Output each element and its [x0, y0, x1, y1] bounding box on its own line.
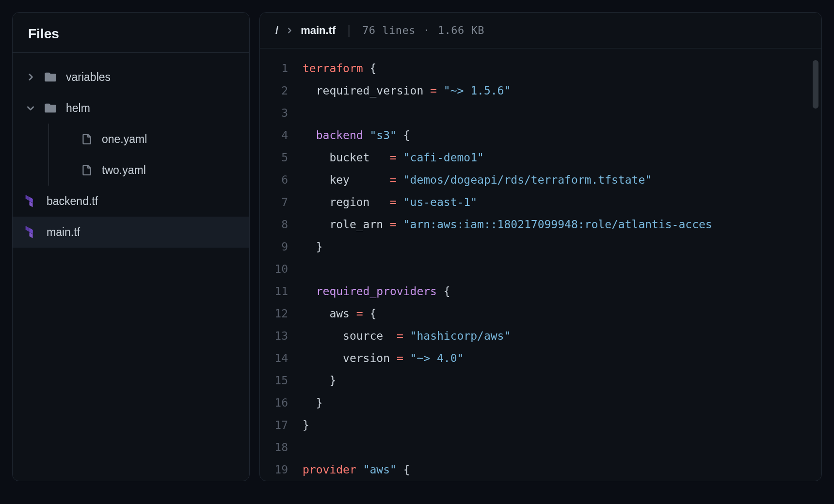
line-number: 10 — [260, 258, 288, 280]
chevron-right-icon[interactable] — [26, 73, 44, 81]
tree-item-label: two.yaml — [102, 164, 146, 177]
code-line[interactable]: source = "hashicorp/aws" — [303, 325, 821, 347]
tree-file[interactable]: two.yaml — [13, 155, 249, 186]
code-line[interactable]: version = "~> 4.0" — [303, 347, 821, 369]
line-number: 4 — [260, 124, 288, 146]
line-number: 8 — [260, 213, 288, 236]
line-number: 2 — [260, 79, 288, 102]
code-line[interactable]: bucket = "cafi-demo1" — [303, 146, 821, 169]
editor-header: / main.tf | 76 lines · 1.66 KB — [260, 13, 821, 48]
tree-item-label: main.tf — [47, 226, 80, 239]
file-icon — [80, 133, 93, 145]
file-explorer-panel: Files variableshelmone.yamltwo.yamlbacke… — [12, 12, 250, 481]
tree-item-label: one.yaml — [102, 133, 147, 146]
line-number-gutter: 12345678910111213141516171819 — [260, 57, 303, 481]
folder-icon — [44, 101, 57, 115]
sidebar-header: Files — [13, 13, 249, 53]
code-line[interactable]: aws = { — [303, 302, 821, 325]
folder-icon — [44, 70, 57, 84]
tree-item-label: variables — [66, 71, 111, 84]
line-number: 7 — [260, 191, 288, 213]
line-number: 15 — [260, 369, 288, 392]
code-line[interactable]: role_arn = "arn:aws:iam::180217099948:ro… — [303, 213, 821, 236]
tree-folder[interactable]: variables — [13, 62, 249, 93]
line-number: 12 — [260, 302, 288, 325]
code-line[interactable]: } — [303, 414, 821, 436]
code-line[interactable]: } — [303, 236, 821, 258]
line-number: 16 — [260, 392, 288, 414]
tree-folder[interactable]: helm — [13, 93, 249, 124]
code-line[interactable]: terraform { — [303, 57, 821, 79]
file-icon — [80, 164, 93, 176]
line-number: 5 — [260, 146, 288, 169]
code-line[interactable]: backend "s3" { — [303, 124, 821, 146]
code-line[interactable]: } — [303, 392, 821, 414]
file-size: 1.66 KB — [438, 24, 484, 36]
line-number: 14 — [260, 347, 288, 369]
line-number: 13 — [260, 325, 288, 347]
code-line[interactable]: required_version = "~> 1.5.6" — [303, 79, 821, 102]
code-line[interactable]: key = "demos/dogeapi/rds/terraform.tfsta… — [303, 169, 821, 191]
code-line[interactable]: required_providers { — [303, 280, 821, 302]
code-line[interactable]: provider "aws" { — [303, 458, 821, 481]
tree-item-label: backend.tf — [47, 195, 98, 208]
scrollbar-thumb[interactable] — [813, 60, 818, 109]
sidebar-title: Files — [28, 26, 234, 42]
tree-file[interactable]: main.tf — [13, 217, 249, 248]
code-line[interactable] — [303, 258, 821, 280]
line-number: 19 — [260, 458, 288, 481]
code-line[interactable]: } — [303, 369, 821, 392]
code-line[interactable] — [303, 436, 821, 458]
tree-file[interactable]: one.yaml — [13, 124, 249, 155]
file-line-count: 76 lines — [362, 24, 416, 36]
code-line[interactable] — [303, 102, 821, 124]
code-editor-panel: / main.tf | 76 lines · 1.66 KB 123456789… — [259, 12, 822, 481]
breadcrumb-filename[interactable]: main.tf — [301, 24, 336, 37]
line-number: 17 — [260, 414, 288, 436]
breadcrumb-divider: | — [347, 23, 351, 38]
file-tree: variableshelmone.yamltwo.yamlbackend.tfm… — [13, 53, 249, 256]
code-line[interactable]: region = "us-east-1" — [303, 191, 821, 213]
code-content[interactable]: terraform { required_version = "~> 1.5.6… — [303, 57, 821, 481]
chevron-down-icon[interactable] — [26, 104, 44, 112]
file-meta-separator: · — [423, 24, 430, 36]
terraform-icon — [24, 194, 38, 208]
line-number: 18 — [260, 436, 288, 458]
line-number: 9 — [260, 236, 288, 258]
line-number: 6 — [260, 169, 288, 191]
chevron-right-icon — [286, 27, 293, 34]
tree-item-label: helm — [66, 102, 90, 115]
code-area[interactable]: 12345678910111213141516171819 terraform … — [260, 48, 821, 481]
line-number: 1 — [260, 57, 288, 79]
breadcrumb-root[interactable]: / — [275, 24, 278, 37]
line-number: 11 — [260, 280, 288, 302]
terraform-icon — [24, 225, 38, 239]
line-number: 3 — [260, 102, 288, 124]
tree-file[interactable]: backend.tf — [13, 186, 249, 217]
